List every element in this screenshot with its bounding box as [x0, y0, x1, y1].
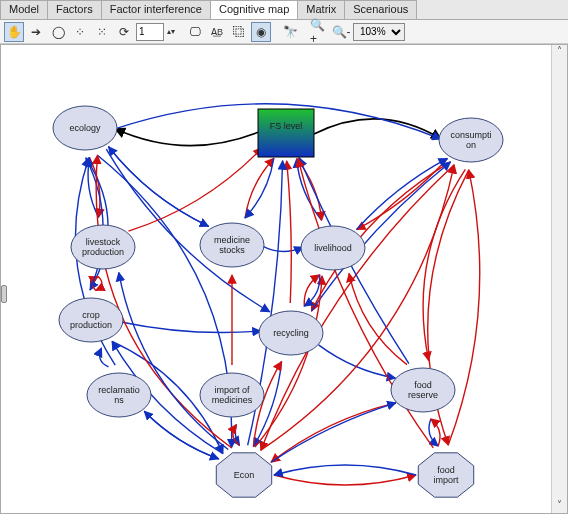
edge-food_reserve-econ[interactable]	[271, 403, 396, 462]
node-import_med[interactable]: import ofmedicines	[200, 373, 264, 417]
node-food_reserve[interactable]: foodreserve	[391, 368, 455, 412]
spin-input[interactable]	[136, 23, 164, 41]
node-food_import[interactable]: foodimport	[418, 453, 473, 497]
canvas[interactable]: FS levelecologyconsumptionlivestockprodu…	[0, 44, 568, 514]
nodes-tool-2-button[interactable]: ⁙	[92, 22, 112, 42]
hand-tool-button[interactable]: ✋	[4, 22, 24, 42]
svg-point-4	[71, 225, 135, 269]
edge-fs-medicine_stocks[interactable]	[245, 158, 274, 218]
svg-point-10	[200, 373, 264, 417]
svg-point-2	[53, 106, 117, 150]
edge-ecology-medicine_stocks[interactable]	[108, 147, 208, 227]
edge-econ-livelihood[interactable]	[255, 276, 322, 447]
vertical-scrollbar[interactable]: ˄ ˅	[551, 45, 567, 513]
edge-fs-consumption[interactable]	[314, 119, 441, 139]
svg-rect-0	[258, 109, 314, 157]
node-crop[interactable]: cropproduction	[59, 298, 123, 342]
node-ecology[interactable]: ecology	[53, 106, 117, 150]
node-fs-level[interactable]: FS level	[258, 109, 314, 157]
edge-food_import-food_reserve[interactable]	[431, 419, 440, 446]
edge-livestock-fs[interactable]	[128, 148, 262, 231]
target-button[interactable]: ◉	[251, 22, 271, 42]
zoom-in-button[interactable]: 🔍+	[309, 22, 329, 42]
edge-econ-reclamations[interactable]	[144, 411, 218, 459]
find-button[interactable]: 🔭	[280, 22, 300, 42]
edge-medicine_stocks-fs[interactable]	[245, 158, 274, 218]
tab-factors[interactable]: Factors	[47, 0, 102, 19]
spin-up-button[interactable]: ▴▾	[166, 22, 176, 42]
copy-button[interactable]: ⿻	[229, 22, 249, 42]
edge-food_import-consumption[interactable]	[448, 170, 480, 445]
edge-medicine_stocks-livelihood[interactable]	[262, 246, 303, 252]
edge-fs-ecology[interactable]	[115, 129, 258, 146]
svg-point-5	[200, 223, 264, 267]
tab-scenarious[interactable]: Scenarious	[344, 0, 417, 19]
node-reclamations[interactable]: reclamations	[87, 373, 151, 417]
node-consumption[interactable]: consumption	[439, 118, 503, 162]
zoom-select[interactable]: 103%	[353, 23, 405, 41]
node-livelihood[interactable]: livelihood	[301, 226, 365, 270]
edge-recycling-fs[interactable]	[287, 161, 292, 303]
tab-model[interactable]: Model	[0, 0, 48, 19]
edge-consumption-food_reserve[interactable]	[423, 169, 465, 360]
edge-econ-livestock[interactable]	[119, 273, 228, 450]
svg-point-8	[259, 311, 323, 355]
display-button[interactable]: 🖵	[185, 22, 205, 42]
tab-cognitive-map[interactable]: Cognitive map	[210, 0, 298, 19]
scroll-down-icon[interactable]: ˅	[553, 499, 567, 513]
nodes-tool-1-button[interactable]: ⁘	[70, 22, 90, 42]
svg-point-9	[87, 373, 151, 417]
node-livestock[interactable]: livestockproduction	[71, 225, 135, 269]
edge-recycling-food_reserve[interactable]	[319, 345, 396, 378]
edge-medicine_stocks-ecology[interactable]	[108, 147, 208, 227]
edge-food_reserve-food_import[interactable]	[429, 419, 438, 446]
toolbar: ✋ ➔ ◯ ⁘ ⁙ ⟳ ▴▾ 🖵 A͟B ⿻ ◉ 🔭 🔍+ 🔍- 103%	[0, 20, 568, 44]
refresh-button[interactable]: ⟳	[114, 22, 134, 42]
tab-matrix[interactable]: Matrix	[297, 0, 345, 19]
tab-bar: ModelFactorsFactor interferenceCognitive…	[0, 0, 568, 20]
edge-econ-food_reserve[interactable]	[271, 403, 396, 462]
tab-factor-interference[interactable]: Factor interference	[101, 0, 211, 19]
scroll-up-icon[interactable]: ˄	[553, 45, 567, 59]
svg-marker-12	[216, 453, 271, 497]
node-recycling[interactable]: recycling	[259, 311, 323, 355]
edge-food_import-econ[interactable]	[274, 465, 416, 475]
node-econ[interactable]: Econ	[216, 453, 271, 497]
circle-tool-button[interactable]: ◯	[48, 22, 68, 42]
svg-point-7	[59, 298, 123, 342]
edge-livestock-crop[interactable]	[96, 277, 102, 291]
arrow-tool-button[interactable]: ➔	[26, 22, 46, 42]
svg-point-3	[439, 118, 503, 162]
ab-button[interactable]: A͟B	[207, 22, 227, 42]
zoom-out-button[interactable]: 🔍-	[331, 22, 351, 42]
edge-crop-recycling[interactable]	[121, 322, 261, 333]
edge-food_reserve-livelihood[interactable]	[349, 273, 407, 364]
edge-econ-food_import[interactable]	[274, 475, 416, 485]
svg-point-11	[391, 368, 455, 412]
svg-marker-13	[418, 453, 473, 497]
node-medicine_stocks[interactable]: medicinestocks	[200, 223, 264, 267]
svg-point-6	[301, 226, 365, 270]
edge-reclamations-econ[interactable]	[144, 411, 218, 459]
